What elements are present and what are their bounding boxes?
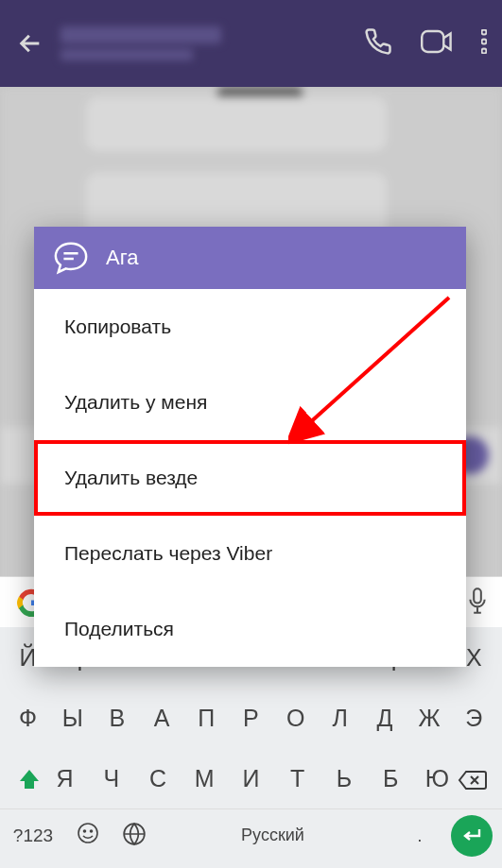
key[interactable]: И (231, 765, 270, 792)
shift-key[interactable] (8, 761, 51, 799)
context-menu-title: Ага (106, 246, 138, 270)
symbols-key[interactable]: ?123 (9, 825, 57, 846)
context-menu-header: Ага (34, 227, 466, 289)
key[interactable]: О (276, 705, 316, 732)
context-menu: Ага Копировать Удалить у меня Удалить ве… (34, 227, 466, 667)
emoji-key[interactable] (64, 822, 112, 849)
space-key[interactable]: Русский (157, 825, 389, 845)
backspace-key[interactable] (451, 761, 494, 799)
keyboard-row-4: ?123 Русский . (0, 808, 502, 861)
key[interactable]: Ь (324, 765, 364, 792)
keyboard-row-2: Ф Ы В А П Р О Л Д Ж Э (0, 688, 502, 748)
chat-bubble-icon (53, 240, 89, 276)
enter-key[interactable] (451, 815, 493, 857)
key[interactable]: М (184, 765, 224, 792)
screen: Й Ц У К Е Н Г Ш Щ З Х Ф Ы В А П Р О Л Д … (0, 0, 502, 868)
menu-item-label: Удалить у меня (64, 391, 207, 414)
menu-item-forward-viber[interactable]: Переслать через Viber (34, 516, 466, 591)
key[interactable]: В (97, 705, 137, 732)
menu-item-label: Удалить везде (64, 467, 198, 489)
key[interactable]: Б (371, 765, 410, 792)
svg-point-5 (78, 824, 97, 842)
menu-item-delete-everywhere[interactable]: Удалить везде (34, 440, 466, 516)
key[interactable]: Ы (53, 705, 93, 732)
period-key[interactable]: . (396, 825, 443, 846)
key[interactable]: Ч (92, 765, 131, 792)
language-key[interactable] (119, 822, 149, 850)
menu-item-share[interactable]: Поделиться (34, 591, 466, 667)
key[interactable]: Р (231, 705, 270, 732)
key[interactable]: Ж (409, 705, 449, 732)
menu-item-copy[interactable]: Копировать (34, 289, 466, 365)
key[interactable]: Э (454, 705, 493, 732)
key[interactable]: А (142, 705, 182, 732)
svg-rect-4 (474, 588, 481, 603)
mic-icon[interactable] (468, 587, 487, 618)
key[interactable]: Л (320, 705, 360, 732)
key[interactable]: Д (365, 705, 405, 732)
svg-point-6 (84, 830, 86, 832)
key[interactable]: П (186, 705, 226, 732)
keyboard-row-3: Я Ч С М И Т Ь Б Ю (0, 748, 502, 808)
key[interactable]: С (138, 765, 178, 792)
menu-item-label: Копировать (64, 315, 171, 338)
menu-item-label: Поделиться (64, 618, 174, 640)
menu-item-delete-for-me[interactable]: Удалить у меня (34, 365, 466, 440)
menu-item-label: Переслать через Viber (64, 542, 272, 565)
key[interactable]: Т (278, 765, 318, 792)
key[interactable]: Ф (9, 705, 48, 732)
svg-point-7 (91, 830, 93, 832)
